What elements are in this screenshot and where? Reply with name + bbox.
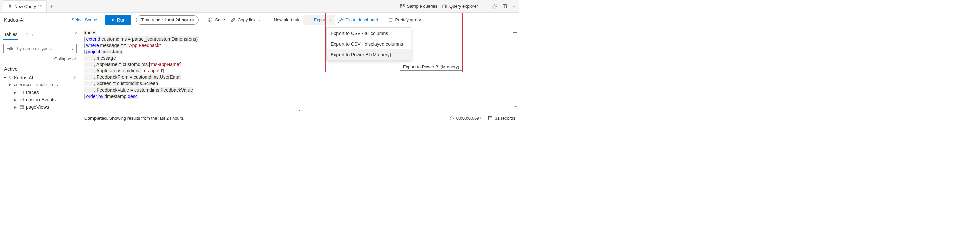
separator xyxy=(383,16,383,24)
active-section-label: Active xyxy=(4,66,77,72)
select-scope-link[interactable]: Select Scope xyxy=(67,18,102,22)
pin-icon xyxy=(338,18,343,23)
leaf-customevents[interactable]: ▶ customEvents xyxy=(3,96,77,103)
sidebar-search-input[interactable] xyxy=(6,46,69,51)
scroll-up-button[interactable]: ︽ xyxy=(513,103,517,108)
sidebar-tabs: Tables Filter xyxy=(3,30,77,40)
run-label: Run xyxy=(117,18,126,23)
tab-bar: New Query 1* + Sample queries Query expl… xyxy=(0,0,519,13)
prettify-icon xyxy=(388,18,393,23)
sidebar-search[interactable] xyxy=(3,43,77,53)
svg-rect-5 xyxy=(442,5,445,8)
svg-rect-24 xyxy=(20,105,24,108)
tree-root-label: Kudos-AI xyxy=(14,75,33,80)
new-tab-button[interactable]: + xyxy=(46,3,56,10)
scope-name: Kudos-AI xyxy=(0,17,67,23)
editor-area: — traces | extend customdims = parse_jso… xyxy=(80,27,519,124)
collapse-all-label: Collapse all xyxy=(54,56,77,61)
chevron-button[interactable]: ⌄ xyxy=(512,4,515,8)
query-explorer-label: Query explorer xyxy=(449,4,478,9)
svg-point-6 xyxy=(494,6,495,7)
caret-right-icon: ▶ xyxy=(14,91,18,94)
pin-button[interactable]: Pin to dashboard xyxy=(335,16,381,25)
export-button[interactable]: Export ⌄ xyxy=(303,16,336,25)
time-range-pill[interactable]: Time range : Last 24 hours xyxy=(136,16,199,25)
play-icon xyxy=(111,18,115,22)
table-icon xyxy=(19,90,24,94)
separator xyxy=(485,3,485,10)
tree-root-kudos[interactable]: ▼ Kudos-AI ☆ xyxy=(3,74,77,82)
svg-rect-2 xyxy=(401,7,402,8)
table-icon xyxy=(19,105,24,109)
export-tooltip: Export to Power BI (M query) xyxy=(400,63,462,71)
separator xyxy=(202,16,203,24)
link-icon xyxy=(230,18,236,23)
export-csv-all[interactable]: Export to CSV - all columns xyxy=(327,28,411,38)
lightbulb-icon xyxy=(8,4,13,9)
new-alert-label: New alert rule xyxy=(274,18,300,22)
chevron-down-icon: ⌄ xyxy=(258,18,261,22)
editor-collapse-button[interactable]: — xyxy=(513,30,517,35)
chevron-down-icon: ⌄ xyxy=(329,18,332,22)
svg-rect-1 xyxy=(401,6,402,7)
svg-rect-10 xyxy=(210,20,211,22)
plus-icon xyxy=(266,18,272,23)
settings-button[interactable] xyxy=(492,4,497,9)
collapse-sidebar-button[interactable]: « xyxy=(75,30,77,35)
tree-group-label: APPLICATION INSIGHTS xyxy=(13,83,58,87)
run-button[interactable]: Run xyxy=(105,16,132,25)
prettify-label: Prettify query xyxy=(395,18,421,22)
caret-right-icon: ▶ xyxy=(14,105,18,109)
tab-filter[interactable]: Filter xyxy=(25,30,37,39)
resize-handle[interactable]: • • • xyxy=(80,108,519,112)
tree-group-appinsights[interactable]: ▼ APPLICATION INSIGHTS xyxy=(3,82,77,88)
save-label: Save xyxy=(215,18,225,22)
active-tab[interactable]: New Query 1* xyxy=(3,0,46,13)
svg-rect-18 xyxy=(20,91,24,94)
queries-icon xyxy=(400,4,405,9)
book-icon xyxy=(502,4,507,9)
save-icon xyxy=(208,18,213,23)
copy-link-button[interactable]: Copy link ⌄ xyxy=(228,16,264,25)
leaf-label: customEvents xyxy=(26,97,56,102)
tab-title: New Query 1* xyxy=(14,4,41,9)
table-icon xyxy=(19,97,24,102)
svg-point-16 xyxy=(70,46,72,49)
panel-button[interactable] xyxy=(502,4,507,9)
export-icon xyxy=(307,18,312,23)
main-area: « Tables Filter Collapse all Active ▼ Ku… xyxy=(0,27,519,124)
prettify-button[interactable]: Prettify query xyxy=(385,16,424,25)
explorer-icon xyxy=(442,4,447,9)
svg-rect-21 xyxy=(20,98,24,101)
svg-rect-0 xyxy=(401,4,402,5)
sidebar: « Tables Filter Collapse all Active ▼ Ku… xyxy=(0,27,80,124)
svg-line-17 xyxy=(72,49,73,50)
new-alert-button[interactable]: New alert rule xyxy=(264,16,303,25)
svg-rect-4 xyxy=(403,6,404,7)
export-powerbi[interactable]: Export to Power BI (M query) xyxy=(327,49,411,60)
time-range-label: Time range : xyxy=(141,18,165,22)
leaf-pageviews[interactable]: ▶ pageViews xyxy=(3,103,77,111)
caret-down-icon: ▼ xyxy=(8,83,11,87)
collapse-icon xyxy=(48,57,52,61)
star-icon[interactable]: ☆ xyxy=(72,75,77,80)
status-bar: Completed. Showing results from the last… xyxy=(80,112,519,124)
sample-queries-button[interactable]: Sample queries xyxy=(400,4,437,9)
records-icon xyxy=(488,116,493,121)
collapse-all-button[interactable]: Collapse all xyxy=(3,56,77,61)
gear-icon xyxy=(492,4,497,9)
svg-rect-30 xyxy=(488,116,492,120)
time-range-value: Last 24 hours xyxy=(165,18,194,22)
search-icon xyxy=(69,46,74,51)
status-records: 31 records xyxy=(488,116,515,121)
save-button[interactable]: Save xyxy=(205,16,228,25)
tab-tables[interactable]: Tables xyxy=(3,30,18,40)
status-duration: 00:00:00.697 xyxy=(449,116,482,121)
pin-label: Pin to dashboard xyxy=(345,18,378,22)
chevron-down-icon: ⌄ xyxy=(512,4,515,8)
query-explorer-button[interactable]: Query explorer xyxy=(442,4,478,9)
leaf-traces[interactable]: ▶ traces xyxy=(3,88,77,96)
export-csv-displayed[interactable]: Export to CSV - displayed columns xyxy=(327,38,411,49)
caret-down-icon: ▼ xyxy=(3,76,7,80)
svg-rect-3 xyxy=(403,4,404,5)
